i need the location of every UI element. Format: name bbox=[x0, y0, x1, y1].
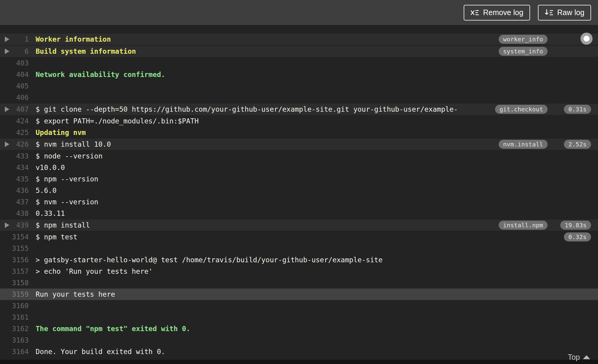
log-row: 6Build system informationsystem_info bbox=[0, 45, 598, 57]
line-number[interactable]: 3158 bbox=[0, 277, 29, 289]
fold-tag-badge: worker_info bbox=[499, 35, 548, 44]
line-number[interactable]: 438 bbox=[0, 208, 29, 219]
line-number[interactable]: 424 bbox=[0, 115, 29, 127]
log-text: Done. Your build exited with 0. bbox=[36, 346, 592, 357]
log-text: Run your tests here bbox=[36, 289, 592, 300]
log-text: Build system information bbox=[36, 46, 498, 57]
log-row: 4365.6.0 bbox=[0, 185, 598, 196]
line-number[interactable]: 403 bbox=[0, 57, 29, 69]
log-row: 4380.33.11 bbox=[0, 208, 598, 219]
line-number[interactable]: 3156 bbox=[0, 254, 29, 266]
duration-badge: 19.83s bbox=[560, 221, 591, 230]
line-number[interactable]: 406 bbox=[0, 92, 29, 103]
log-row: 3164Done. Your build exited with 0. bbox=[0, 346, 598, 357]
log-text: $ npm install bbox=[36, 219, 498, 231]
duration-badge: 2.52s bbox=[564, 140, 591, 149]
log-row: 3155 bbox=[0, 243, 598, 254]
line-number[interactable]: 437 bbox=[0, 196, 29, 208]
log-row: 3158 bbox=[0, 277, 598, 289]
log-row: 424$ export PATH=./node_modules/.bin:$PA… bbox=[0, 115, 598, 127]
log-text: $ nvm --version bbox=[36, 196, 592, 208]
log-row: 404Network availability confirmed. bbox=[0, 69, 598, 80]
fold-tag-badge: system_info bbox=[499, 47, 548, 56]
log-text: v10.0.0 bbox=[36, 162, 592, 173]
scroll-indicator[interactable] bbox=[580, 33, 593, 45]
line-number[interactable]: 3164 bbox=[0, 346, 29, 357]
line-number[interactable]: 3159 bbox=[0, 289, 29, 300]
log-row: 439$ npm installinstall.npm19.83s bbox=[0, 219, 598, 231]
log-text: 5.6.0 bbox=[36, 185, 592, 196]
line-number[interactable]: 404 bbox=[0, 69, 29, 80]
log-row: 3162The command "npm test" exited with 0… bbox=[0, 323, 598, 334]
bottom-strip bbox=[0, 360, 598, 364]
line-number[interactable]: 3157 bbox=[0, 266, 29, 277]
line-number[interactable]: 426 bbox=[0, 139, 29, 150]
raw-log-icon bbox=[545, 9, 554, 17]
remove-log-label: Remove log bbox=[483, 8, 523, 17]
caret-up-icon bbox=[583, 355, 590, 359]
remove-log-button[interactable]: Remove log bbox=[464, 5, 530, 21]
line-number[interactable]: 439 bbox=[0, 219, 29, 231]
log-row: 405 bbox=[0, 80, 598, 92]
line-number[interactable]: 436 bbox=[0, 185, 29, 196]
log-text: $ export PATH=./node_modules/.bin:$PATH bbox=[36, 115, 592, 127]
log-row: 434v10.0.0 bbox=[0, 162, 598, 173]
line-number[interactable]: 407 bbox=[0, 104, 29, 115]
log-text: Worker information bbox=[36, 34, 498, 45]
log-row: 435$ npm --version bbox=[0, 173, 598, 185]
line-number[interactable]: 3163 bbox=[0, 334, 29, 346]
log-text: $ npm test bbox=[36, 231, 498, 243]
fold-tag-badge: install.npm bbox=[499, 221, 548, 230]
log-text: Updating nvm bbox=[36, 127, 592, 138]
log-row: 1Worker informationworker_info bbox=[0, 33, 598, 45]
line-number[interactable]: 405 bbox=[0, 80, 29, 92]
duration-badge: 0.32s bbox=[564, 232, 591, 241]
log-row: 3157> echo 'Run your tests here' bbox=[0, 266, 598, 277]
log-row: 3156> gatsby-starter-hello-world@ test /… bbox=[0, 254, 598, 266]
line-number[interactable]: 435 bbox=[0, 173, 29, 185]
line-number[interactable]: 3160 bbox=[0, 300, 29, 311]
fold-tag-badge: git.checkout bbox=[495, 105, 548, 114]
log-text: Network availability confirmed. bbox=[36, 69, 592, 80]
log-row: 433$ node --version bbox=[0, 150, 598, 162]
line-number[interactable]: 433 bbox=[0, 150, 29, 162]
log-text: 0.33.11 bbox=[36, 208, 592, 219]
log-row: 426$ nvm install 10.0nvm.install2.52s bbox=[0, 138, 598, 150]
top-label: Top bbox=[568, 353, 580, 362]
fold-tag-badge: nvm.install bbox=[499, 140, 548, 149]
log-row: 437$ nvm --version bbox=[0, 196, 598, 208]
raw-log-button[interactable]: Raw log bbox=[538, 5, 591, 21]
log-text: $ nvm install 10.0 bbox=[36, 139, 498, 150]
log-text: The command "npm test" exited with 0. bbox=[36, 323, 592, 334]
log-row: 403 bbox=[0, 57, 598, 69]
build-log-page: Remove log Raw log 1Worker informationwo… bbox=[0, 0, 598, 364]
log-text: $ node --version bbox=[36, 150, 592, 162]
log-row: 3159Run your tests here bbox=[0, 289, 598, 300]
log-toolbar: Remove log Raw log bbox=[0, 0, 598, 25]
log-row: 425Updating nvm bbox=[0, 127, 598, 138]
scroll-to-top-link[interactable]: Top bbox=[568, 353, 590, 362]
log-viewer: 1Worker informationworker_info6Build sys… bbox=[0, 26, 598, 360]
log-row: 3160 bbox=[0, 300, 598, 311]
line-number[interactable]: 3161 bbox=[0, 311, 29, 323]
raw-log-label: Raw log bbox=[557, 8, 584, 17]
duration-badge: 0.31s bbox=[564, 105, 591, 114]
log-row: 406 bbox=[0, 92, 598, 103]
log-text: $ npm --version bbox=[36, 173, 592, 185]
line-number[interactable]: 3154 bbox=[0, 231, 29, 243]
log-row: 3154$ npm test0.32s bbox=[0, 231, 598, 243]
line-number[interactable]: 1 bbox=[0, 34, 29, 45]
line-number[interactable]: 425 bbox=[0, 127, 29, 138]
log-text: > echo 'Run your tests here' bbox=[36, 266, 592, 277]
log-text: $ git clone --depth=50 https://github.co… bbox=[36, 104, 498, 115]
log-row: 407$ git clone --depth=50 https://github… bbox=[0, 103, 598, 115]
log-row: 3163 bbox=[0, 334, 598, 346]
log-row: 3161 bbox=[0, 311, 598, 323]
remove-log-icon bbox=[470, 9, 479, 17]
line-number[interactable]: 3155 bbox=[0, 243, 29, 254]
line-number[interactable]: 434 bbox=[0, 162, 29, 173]
line-number[interactable]: 3162 bbox=[0, 323, 29, 334]
log-text: > gatsby-starter-hello-world@ test /home… bbox=[36, 254, 592, 266]
line-number[interactable]: 6 bbox=[0, 46, 29, 57]
